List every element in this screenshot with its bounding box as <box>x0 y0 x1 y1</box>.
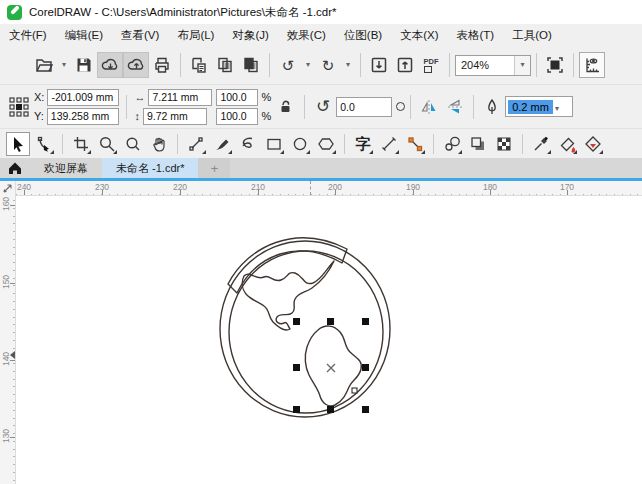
vruler-label: 130 <box>1 421 11 451</box>
tab-welcome-screen[interactable]: 欢迎屏幕 <box>30 158 102 178</box>
menu-item-object[interactable]: 对象(J) <box>223 24 277 46</box>
curve-node[interactable] <box>352 388 357 393</box>
scale-vertical-input[interactable] <box>216 108 258 125</box>
zoom-level-combobox[interactable]: 204% ▾ <box>455 55 531 76</box>
outline-pen-icon <box>479 94 505 120</box>
save-to-cloud-button[interactable] <box>97 52 123 78</box>
crop-tool[interactable] <box>69 132 93 156</box>
mirror-horizontal-button[interactable] <box>416 94 442 120</box>
globe-outer-circle[interactable] <box>220 241 390 417</box>
continent-north-shape[interactable] <box>242 261 334 330</box>
outline-width-combobox[interactable]: 0.2 mm ▾ <box>505 96 573 117</box>
smart-fill-tool[interactable] <box>581 132 605 156</box>
paste-button[interactable] <box>238 52 264 78</box>
text-tool[interactable]: 字 <box>351 132 375 156</box>
menu-item-tools[interactable]: 工具(O) <box>503 24 561 46</box>
mirror-vertical-button[interactable] <box>442 94 468 120</box>
degree-icon <box>396 102 405 111</box>
pan-tool[interactable] <box>147 132 171 156</box>
new-document-button[interactable] <box>5 52 31 78</box>
open-document-button[interactable] <box>31 52 57 78</box>
freehand-tool[interactable] <box>184 132 208 156</box>
color-eyedropper-tool[interactable] <box>529 132 553 156</box>
full-screen-preview-button[interactable] <box>542 52 568 78</box>
coreldraw-window: CorelDRAW - C:\Users\Administrator\Pictu… <box>0 0 642 484</box>
outline-width-dropdown-button[interactable]: ▾ <box>555 97 559 116</box>
selection-handle <box>327 318 334 325</box>
import-button[interactable] <box>366 52 392 78</box>
upload-to-cloud-button[interactable] <box>123 52 149 78</box>
pdf-box-icon <box>424 66 432 73</box>
dimension-tool[interactable] <box>377 132 401 156</box>
y-position-label: Y: <box>34 110 44 122</box>
redo-flyout-arrow[interactable]: ▾ <box>341 52 355 78</box>
shape-tool[interactable] <box>32 132 56 156</box>
property-bar: X: Y: ↔ ↕ % <box>0 84 642 128</box>
connector-tool[interactable] <box>403 132 427 156</box>
menu-item-effects[interactable]: 效果(C) <box>278 24 335 46</box>
globe-drawing[interactable] <box>16 196 642 484</box>
open-flyout-arrow[interactable]: ▾ <box>57 52 71 78</box>
chevron-down-icon: ▾ <box>306 61 310 69</box>
rectangle-tool[interactable] <box>262 132 286 156</box>
vruler-label: 150 <box>1 267 11 297</box>
standard-toolbar: ▾ <box>0 46 642 84</box>
menu-item-file[interactable]: 文件(F) <box>0 24 56 46</box>
menu-item-text[interactable]: 文本(X) <box>391 24 447 46</box>
home-button[interactable] <box>0 158 30 178</box>
menu-item-layout[interactable]: 布局(L) <box>168 24 223 46</box>
copy-button[interactable] <box>212 52 238 78</box>
blend-tool[interactable] <box>440 132 464 156</box>
artistic-media-tool[interactable] <box>210 132 234 156</box>
cursor-x-marker <box>310 181 311 195</box>
redo-button[interactable]: ↻ <box>315 52 341 78</box>
menu-item-table[interactable]: 表格(T) <box>448 24 504 46</box>
transparency-tool[interactable] <box>492 132 516 156</box>
cursor-y-marker <box>10 351 15 359</box>
title-bar: CorelDRAW - C:\Users\Administrator\Pictu… <box>0 0 642 24</box>
menu-item-bitmaps[interactable]: 位图(B) <box>335 24 391 46</box>
chevron-down-icon: ▾ <box>346 61 350 69</box>
cut-options-button[interactable] <box>186 52 212 78</box>
horizontal-ruler[interactable]: 240 230 220 210 200 190 180 170 <box>0 181 642 196</box>
menu-item-view[interactable]: 查看(V) <box>112 24 168 46</box>
drop-shadow-tool[interactable] <box>466 132 490 156</box>
undo-flyout-arrow[interactable]: ▾ <box>301 52 315 78</box>
ellipse-tool[interactable] <box>288 132 312 156</box>
selection-center-x-marker[interactable] <box>327 364 335 372</box>
show-rulers-button[interactable] <box>579 52 605 78</box>
print-button[interactable] <box>149 52 175 78</box>
y-position-input[interactable] <box>47 108 119 125</box>
b-spline-tool[interactable] <box>236 132 260 156</box>
zoom-level-value: 204% <box>456 59 514 71</box>
drawing-canvas[interactable] <box>16 196 642 484</box>
chevron-down-icon: ▾ <box>555 104 559 113</box>
vertical-ruler[interactable]: 160 150 140 130 <box>0 196 16 484</box>
menu-item-edit[interactable]: 编辑(E) <box>56 24 112 46</box>
polygon-tool[interactable] <box>314 132 338 156</box>
save-button[interactable] <box>71 52 97 78</box>
object-width-input[interactable] <box>148 89 212 106</box>
export-button[interactable] <box>392 52 418 78</box>
x-position-input[interactable] <box>47 89 119 106</box>
publish-to-pdf-button[interactable]: PDF <box>418 52 444 78</box>
outline-width-value: 0.2 mm <box>508 100 553 114</box>
interactive-fill-tool[interactable] <box>555 132 579 156</box>
new-document-tab-button[interactable]: + <box>198 158 230 178</box>
redo-icon: ↻ <box>322 58 335 73</box>
zoom-tool[interactable] <box>95 132 119 156</box>
chevron-down-icon: ▾ <box>62 61 66 69</box>
percent-label: % <box>261 110 271 122</box>
zoom-out-tool[interactable] <box>121 132 145 156</box>
home-icon <box>7 160 23 176</box>
undo-button[interactable]: ↺ <box>275 52 301 78</box>
pick-tool[interactable] <box>6 132 30 156</box>
zoom-level-dropdown-button[interactable]: ▾ <box>514 56 530 75</box>
tab-document[interactable]: 未命名 -1.cdr* <box>102 158 198 178</box>
rotation-angle-input[interactable] <box>336 97 392 117</box>
object-height-input[interactable] <box>143 108 207 125</box>
scale-horizontal-input[interactable] <box>216 89 258 106</box>
object-position-grid-icon <box>6 94 32 120</box>
pdf-icon: PDF <box>424 57 439 66</box>
lock-ratio-button[interactable] <box>273 94 299 120</box>
